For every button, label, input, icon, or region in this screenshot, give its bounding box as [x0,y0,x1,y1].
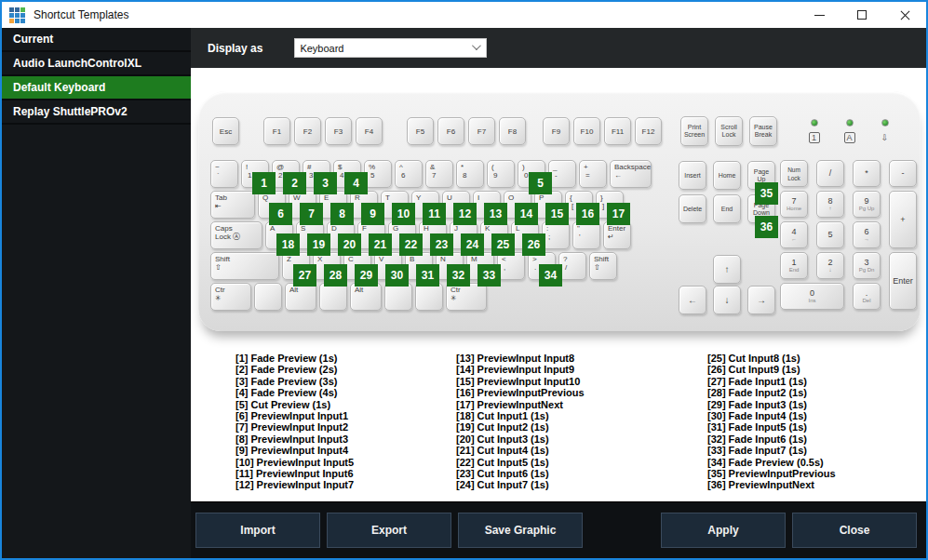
key-alt-right[interactable]: Alt [350,283,382,311]
key-delete[interactable]: Delete [679,194,706,223]
key-backspace[interactable]: Backspace ← [610,160,652,188]
key-f4[interactable]: F4 [356,117,383,145]
key-d[interactable]: D20 [327,221,355,249]
key-num-lock[interactable]: Num Lock [780,160,808,187]
minimize-button[interactable] [798,2,841,28]
key-u[interactable]: U12 [442,191,470,219]
key-home[interactable]: Home [713,161,741,190]
key-semicolon[interactable]: :; [542,221,570,249]
key-o[interactable]: O14 [504,191,531,219]
key-bracket-right[interactable]: }]17 [596,191,624,219]
key-scroll-lock[interactable]: Scroll Lock [715,116,743,146]
display-as-dropdown[interactable]: Keyboard [294,38,487,58]
key-j[interactable]: J24 [450,221,477,249]
key-6[interactable]: ^6 [395,160,423,188]
key-numpad-1[interactable]: 1End [780,252,808,279]
key-caps-lock[interactable]: Caps Lock Ⓐ [210,221,262,249]
key-numpad-4[interactable]: 4← [780,221,808,248]
key-numpad-6[interactable]: 6→ [853,221,881,248]
key-f10[interactable]: F10 [573,117,600,145]
key-f3[interactable]: F3 [325,117,352,145]
key-arrow-left[interactable]: ← [679,286,706,314]
key-9[interactable]: (9 [487,160,515,188]
sidebar-item-replay-shuttleprov2[interactable]: Replay ShuttlePROv2 [2,100,191,125]
export-button[interactable]: Export [327,513,451,548]
key-3[interactable]: #33 [303,160,330,188]
key-numpad-7[interactable]: 7Home [780,191,808,218]
key-esc[interactable]: Esc [212,117,239,145]
sidebar-item-audio-launchcontrolxl[interactable]: Audio LaunchControlXL [2,52,191,76]
key-alt-left[interactable]: Alt [285,283,316,311]
key-t[interactable]: T10 [381,191,409,219]
key-numpad-0[interactable]: 0Ins [780,283,844,310]
key-ctrl-left[interactable]: Ctr ✳ [210,283,251,311]
key-l[interactable]: L26 [511,221,539,249]
key-numpad-8[interactable]: 8↑ [816,191,844,218]
key-numpad-multiply[interactable]: * [853,160,881,187]
key-r[interactable]: R9 [350,191,378,219]
key-end[interactable]: End [713,194,741,223]
key-h[interactable]: H23 [419,221,447,249]
key-shift-left[interactable]: Shift ⇧ [210,252,279,280]
key-7[interactable]: &7 [425,160,453,188]
key-q[interactable]: Q6 [258,191,286,219]
key-f6[interactable]: F6 [437,117,464,145]
key-arrow-up[interactable]: ↑ [713,255,741,284]
key-c[interactable]: C29 [343,252,371,280]
key-blank[interactable]: ~` [210,160,238,188]
key-period[interactable]: >.34 [528,252,556,280]
key-ctrl-right[interactable]: Ctr ✳ [446,283,487,311]
key-1[interactable]: !11 [241,160,269,188]
key-arrow-right[interactable]: → [747,286,775,314]
key-slash[interactable]: ?/ [558,252,586,280]
key-f5[interactable]: F5 [407,117,434,145]
key-numpad-2[interactable]: 2↓ [816,252,844,279]
key-e[interactable]: E8 [319,191,347,219]
sidebar-item-default-keyboard[interactable]: Default Keyboard [2,76,191,100]
close-button[interactable]: Close [792,513,917,548]
key-f9[interactable]: F9 [543,117,570,145]
key-p[interactable]: P15 [534,191,562,219]
key-y[interactable]: Y11 [411,191,439,219]
apply-button[interactable]: Apply [661,513,786,548]
key-space[interactable] [319,283,347,311]
sidebar-item-current[interactable]: Current [2,28,191,52]
key-numpad-minus[interactable]: - [889,160,917,187]
key-f[interactable]: F21 [357,221,385,249]
key-blank-left[interactable] [254,283,282,311]
key-f7[interactable]: F7 [468,117,495,145]
key-z[interactable]: Z27 [282,252,310,280]
key-arrow-down[interactable]: ↓ [713,286,741,314]
save-graphic-button[interactable]: Save Graphic [458,513,583,548]
key-numpad-divide[interactable]: / [816,160,844,187]
key-i[interactable]: I13 [473,191,501,219]
key-f1[interactable]: F1 [263,117,290,145]
key-m[interactable]: M33 [466,252,494,280]
key-numpad-dot[interactable]: .Del [853,283,881,310]
key-b[interactable]: B31 [405,252,433,280]
key-numpad-enter[interactable]: Enter [889,252,917,310]
key-bracket-left[interactable]: {[16 [565,191,593,219]
key-numpad-9[interactable]: 9Pg Up [853,191,881,218]
key-f11[interactable]: F11 [604,117,631,145]
key-k[interactable]: K25 [480,221,508,249]
close-button[interactable] [883,2,926,28]
key-2[interactable]: @22 [272,160,300,188]
key-g[interactable]: G22 [388,221,416,249]
key-blank-right-2[interactable] [415,283,443,311]
key-8[interactable]: *8 [456,160,484,188]
key-0[interactable]: )05 [518,160,545,188]
key-f8[interactable]: F8 [499,117,526,145]
key-blank-right-1[interactable] [384,283,412,311]
key-4[interactable]: $44 [333,160,361,188]
key-shift-right[interactable]: Shift ⇧ [589,252,617,280]
key-f12[interactable]: F12 [635,117,662,145]
key-a[interactable]: A18 [265,221,293,249]
maximize-button[interactable] [841,2,883,28]
key-blank[interactable]: _- [548,160,576,188]
key-numpad-5[interactable]: 5 [816,221,844,248]
key-page-up[interactable]: Page Up35 [747,161,775,190]
key-blank[interactable]: += [579,160,607,188]
import-button[interactable]: Import [195,513,320,548]
key-print-screen[interactable]: Print Screen [680,116,708,146]
